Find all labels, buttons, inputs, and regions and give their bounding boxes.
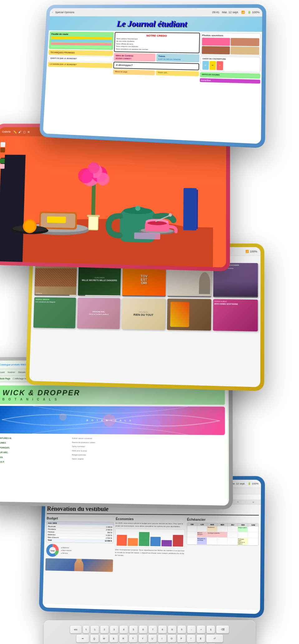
key-dollar[interactable]: $ (196, 634, 205, 642)
tab-dessin-word[interactable]: Dessin (18, 371, 26, 374)
donut-chart: Total (46, 543, 59, 557)
color-swatch-green[interactable] (0, 158, 5, 163)
key-q[interactable]: Q (90, 634, 99, 642)
ipad-blue-journal: ‹ Spécial Opinions 09:41 Mar. 12 sept. 📶… (39, 4, 266, 148)
photo-2 (230, 38, 259, 46)
gallery-button[interactable]: Galerie (2, 130, 11, 133)
ideas-grid: Idées de Contenu DÉCIDER COMMENT? Thème … (113, 53, 199, 62)
svg-rect-32 (183, 188, 197, 230)
color-swatch-pink[interactable] (0, 164, 5, 169)
book-rien-du-tout[interactable]: Olivia Tapiero RIEN DU TOUT (122, 298, 166, 330)
economies-text: En 2025, nous avons calculé le budget po… (115, 522, 185, 528)
photos-soumises-section: Photos soumises (200, 33, 261, 56)
key-minus[interactable]: - (187, 625, 196, 633)
ipad-frame-pink: Galerie ✏️ 🖌 ◻ ≋ ⊞ ⚙ (0, 123, 230, 271)
back-button[interactable]: ‹ (52, 11, 53, 13)
book-alain-farah: ALAIN FARAH (94, 277, 104, 279)
key-o[interactable]: O (167, 634, 176, 642)
journal-col-1: Feuille de route TECHNIQUES PROMISES (44, 31, 114, 131)
book-anna[interactable]: FRANCINE RUEL Anna et l'enfant-vieillard (77, 298, 120, 329)
journal-label: Journal Étud. (200, 78, 260, 84)
key-8[interactable]: 8 (158, 625, 167, 633)
key-e[interactable]: E (109, 634, 118, 642)
tab-accueil-word[interactable]: Accueil (0, 371, 5, 374)
color-swatch-brown[interactable] (0, 147, 5, 152)
eraser-icon[interactable]: ◻ (23, 130, 26, 133)
key-y[interactable]: Y (138, 634, 147, 642)
key-1[interactable]: 1 (90, 625, 99, 633)
smudge-icon[interactable]: ≋ (27, 130, 30, 133)
book-mon-annee[interactable]: SARAH ALBRAY MON ANNÉE MARTIENNE (213, 299, 258, 332)
progress-fill-3 (122, 296, 166, 297)
articles-soumis-note: ARTICLES SOUMIS (200, 72, 260, 79)
key-4[interactable]: 4 (119, 625, 128, 633)
key-return[interactable]: ⏎ (206, 634, 223, 642)
techniques-note: TECHNIQUES PROMISES (48, 50, 113, 56)
bar-6 (173, 535, 183, 546)
key-t[interactable]: T (129, 634, 137, 642)
key-5[interactable]: 5 (129, 625, 138, 633)
pencil-icon[interactable]: ✏️ (13, 130, 17, 133)
book-simenon-title: Les vacances de Maigret (35, 301, 75, 303)
botanicals-subtitle: B O T A N i C A L S (2, 398, 220, 402)
budget-table: Août / 1800$ Électricité1 000 $ Plomberi… (46, 521, 114, 543)
key-3[interactable]: 3 (110, 625, 118, 633)
economies-desc-2: Voici l'entrepreneur proposé. Nous répar… (115, 548, 185, 558)
book-mille-title: MILLE SECRETS MILLE DANGERS (82, 279, 117, 281)
ipad-screen-journal: ‹ Spécial Opinions 09:41 Mar. 12 sept. 📶… (43, 8, 262, 144)
economies-section: Économies En 2025, nous avons calculé le… (115, 517, 185, 573)
key-9[interactable]: 9 (168, 625, 176, 633)
key-section[interactable]: § (83, 625, 89, 633)
book-michel-jean[interactable]: MICHEL JEAN Tiohtiá:ke (34, 262, 77, 296)
key-section2[interactable]: § (206, 625, 215, 633)
key-0[interactable]: 0 (177, 625, 186, 633)
key-delete[interactable]: ⌫ (216, 625, 229, 633)
key-2[interactable]: 2 (100, 625, 109, 633)
drawing-tools-row: ✏️ 🖌 ◻ ≋ (13, 130, 30, 133)
key-7[interactable]: 7 (148, 625, 157, 633)
key-caret[interactable]: ^ (187, 634, 195, 642)
photo-4 (230, 46, 259, 55)
key-6[interactable]: 6 (139, 625, 147, 633)
journal-title-banner: Le Journal étudiant (49, 16, 262, 32)
key-equals[interactable]: = (197, 625, 205, 633)
a-developper-note: À développer? (113, 62, 199, 70)
bar-1 (117, 535, 127, 546)
cover-option-3[interactable]: X (216, 61, 223, 70)
key-p[interactable]: P (177, 634, 186, 642)
key-r[interactable]: R (119, 634, 128, 642)
procreate-app: Galerie ✏️ 🖌 ◻ ≋ ⊞ ⚙ (0, 127, 226, 267)
book-rien-author: Olivia Tapiero (139, 311, 148, 313)
key-esc[interactable]: esc (70, 625, 82, 633)
cover-option-2[interactable]: SP (209, 61, 216, 70)
bar-3 (139, 532, 149, 546)
journal-toolbar: ‹ Spécial Opinions 09:41 Mar. 12 sept. 📶… (50, 8, 262, 17)
color-swatch-white[interactable] (0, 142, 5, 147)
key-i[interactable]: I (158, 634, 166, 642)
bar-2 (128, 538, 138, 546)
key-w[interactable]: W (100, 634, 109, 642)
svg-rect-33 (196, 190, 198, 229)
key-tab[interactable]: ⇥ (76, 634, 89, 642)
mode-page-btn[interactable]: ✓ Mode Page (0, 377, 10, 380)
svg-rect-3 (0, 155, 26, 265)
book-abstract[interactable] (167, 299, 211, 331)
tab-inserer-word[interactable]: Insérer (7, 371, 15, 374)
still-life-illustration (0, 136, 226, 267)
ipad-pink-drawing: Galerie ✏️ 🖌 ◻ ≋ ⊞ ⚙ (0, 123, 230, 271)
book-simenon[interactable]: GEORGE SIMENON Les vacances de Maigret (33, 297, 76, 328)
feuille-route-title: Feuille de route (51, 33, 112, 36)
bar-5 (162, 540, 172, 547)
toolbar-date: Mar. 12 sept. (222, 11, 239, 14)
budget-chart: Total ■ Matériaux ■ Main-d'œuvre ■ Servi… (46, 543, 113, 558)
brush-icon[interactable]: 🖌 (18, 130, 22, 133)
color-swatch-orange[interactable] (0, 153, 5, 158)
journal-content-grid: Feuille de route TECHNIQUES PROMISES (43, 30, 262, 139)
mises-en-page-note: Mises en page (113, 69, 155, 75)
photo-3 (201, 46, 230, 55)
svg-rect-34 (134, 233, 160, 240)
wifi-icon: 📶 (241, 11, 245, 14)
cover-option-1[interactable]: SP (202, 61, 209, 70)
key-u[interactable]: U (148, 634, 157, 642)
progress-fill-1 (34, 295, 69, 296)
